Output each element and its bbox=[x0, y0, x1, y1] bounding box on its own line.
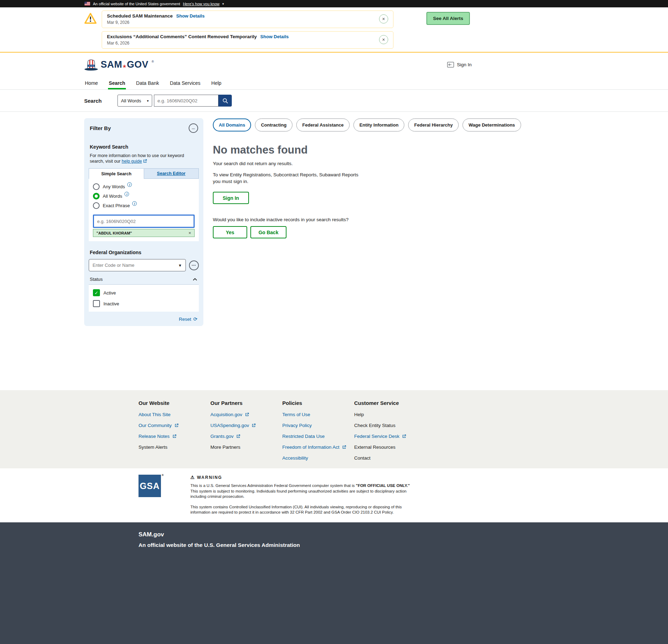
footer-tagline: An official website of the U.S. General … bbox=[139, 542, 668, 548]
warning-paragraph-1: This is a U.S. General Services Administ… bbox=[190, 483, 418, 500]
footer-link-accessibility[interactable]: Accessibility bbox=[282, 455, 354, 461]
us-flag-icon bbox=[85, 2, 90, 6]
footer-link-label: Accessibility bbox=[282, 455, 308, 461]
domain-entity-information[interactable]: Entity Information bbox=[353, 118, 404, 131]
yes-button[interactable]: Yes bbox=[213, 226, 247, 238]
info-icon[interactable]: i bbox=[127, 182, 132, 187]
footer-link-label: Federal Service Desk bbox=[354, 434, 399, 439]
footer-link-help[interactable]: Help bbox=[354, 412, 426, 417]
tab-search-editor[interactable]: Search Editor bbox=[144, 168, 199, 179]
checkbox-active[interactable]: ✓ bbox=[93, 289, 100, 296]
search-submit-button[interactable] bbox=[218, 95, 232, 107]
external-link-icon bbox=[402, 434, 406, 438]
header-sign-in-link[interactable]: Sign In bbox=[447, 62, 472, 68]
checkbox-inactive[interactable] bbox=[93, 300, 100, 307]
footer-link-terms-of-use[interactable]: Terms of Use bbox=[282, 412, 354, 417]
alert-close-button[interactable]: × bbox=[379, 14, 388, 23]
external-link-icon bbox=[236, 434, 240, 438]
nav-search[interactable]: Search bbox=[108, 77, 126, 89]
footer-col-heading: Customer Service bbox=[354, 400, 426, 406]
alert-show-details-link[interactable]: Show Details bbox=[260, 34, 289, 39]
federal-organizations-more-button[interactable]: ••• bbox=[189, 260, 199, 270]
footer-link-label: Acquisition.gov bbox=[210, 412, 242, 417]
footer-link-external-resources[interactable]: External Resources bbox=[354, 445, 426, 450]
alert-date: Mar 9, 2026 bbox=[107, 20, 204, 25]
sam-gov-logo[interactable]: SAM★GOV ® bbox=[84, 59, 154, 71]
nav-help[interactable]: Help bbox=[211, 77, 222, 89]
domain-all-domains[interactable]: All Domains bbox=[213, 118, 251, 131]
footer-dark-section: SAM.gov An official website of the U.S. … bbox=[0, 522, 668, 644]
external-link-icon bbox=[175, 423, 178, 427]
info-icon[interactable]: i bbox=[124, 192, 129, 196]
keyword-search-input[interactable] bbox=[93, 215, 195, 228]
footer-link-about-this-site[interactable]: About This Site bbox=[139, 412, 210, 417]
banner-text: An official website of the United States… bbox=[93, 2, 180, 6]
tab-simple-search[interactable]: Simple Search bbox=[89, 168, 144, 179]
help-guide-link[interactable]: help guide bbox=[122, 159, 142, 164]
info-icon[interactable]: i bbox=[132, 201, 137, 206]
footer-col-heading: Our Partners bbox=[210, 400, 282, 406]
radio-any-words[interactable] bbox=[93, 183, 100, 190]
federal-organizations-select[interactable]: Enter Code or Name ▼ bbox=[89, 259, 186, 271]
status-inactive-row: Inactive bbox=[93, 300, 195, 307]
chevron-down-icon: ▾ bbox=[222, 2, 224, 6]
domain-wage-determinations[interactable]: Wage Determinations bbox=[463, 118, 521, 131]
footer-site-name: SAM.gov bbox=[139, 531, 668, 538]
footer-link-our-community[interactable]: Our Community bbox=[139, 423, 210, 428]
footer-link-system-alerts[interactable]: System Alerts bbox=[139, 445, 210, 450]
federal-organizations-title: Federal Organizations bbox=[89, 250, 199, 255]
alert-date: Mar 6, 2026 bbox=[107, 41, 289, 46]
gsa-logo-text: GSA bbox=[140, 481, 160, 491]
radio-label: Any Words bbox=[103, 184, 125, 189]
go-back-button[interactable]: Go Back bbox=[250, 226, 286, 238]
radio-all-words[interactable] bbox=[93, 193, 100, 199]
reset-filters-link[interactable]: Reset bbox=[179, 317, 191, 322]
footer-link-grants-gov[interactable]: Grants.gov bbox=[210, 434, 282, 439]
footer: Our Website About This Site Our Communit… bbox=[0, 390, 668, 644]
footer-link-release-notes[interactable]: Release Notes bbox=[139, 434, 210, 439]
status-section-header[interactable]: Status bbox=[89, 277, 199, 285]
radio-row-any-words: Any Words i bbox=[93, 183, 195, 190]
see-all-alerts-button[interactable]: See All Alerts bbox=[426, 12, 470, 25]
alert-maintenance: Scheduled SAM Maintenance Show Details M… bbox=[102, 11, 393, 28]
alert-show-details-link[interactable]: Show Details bbox=[176, 13, 205, 19]
domain-federal-assistance[interactable]: Federal Assistance bbox=[296, 118, 350, 131]
domain-contracting[interactable]: Contracting bbox=[255, 118, 292, 131]
chip-remove-icon[interactable]: × bbox=[188, 230, 191, 236]
keyword-chip: "ABDUL KHORAM" × bbox=[93, 229, 195, 237]
filter-collapse-button[interactable]: – bbox=[189, 123, 198, 133]
search-mode-select[interactable]: All Words ▾ bbox=[117, 95, 152, 107]
sign-in-icon bbox=[447, 62, 454, 68]
domain-federal-hierarchy[interactable]: Federal Hierarchy bbox=[408, 118, 459, 131]
alert-close-button[interactable]: × bbox=[379, 35, 388, 44]
footer-link-federal-service-desk[interactable]: Federal Service Desk bbox=[354, 434, 426, 439]
warning-block: ⚠ WARNING This is a U.S. General Service… bbox=[190, 475, 418, 515]
nav-home[interactable]: Home bbox=[84, 77, 99, 89]
footer-link-foia[interactable]: Freedom of Information Act bbox=[282, 445, 354, 450]
external-link-icon bbox=[252, 423, 256, 427]
refresh-icon[interactable]: ⟳ bbox=[193, 316, 197, 322]
footer-link-acquisition-gov[interactable]: Acquisition.gov bbox=[210, 412, 282, 417]
footer-link-label: Privacy Policy bbox=[282, 423, 312, 428]
results-sign-in-button[interactable]: Sign In bbox=[213, 192, 249, 204]
keyword-search-panel: Any Words i All Words i Exact Phrase i "… bbox=[89, 179, 199, 241]
footer-link-more-partners[interactable]: More Partners bbox=[210, 445, 282, 450]
external-link-icon bbox=[173, 434, 176, 438]
footer-link-usaspending-gov[interactable]: USASpending.gov bbox=[210, 423, 282, 428]
banner-how-you-know-link[interactable]: Here’s how you know bbox=[183, 2, 220, 6]
gov-banner: An official website of the United States… bbox=[0, 0, 668, 7]
status-panel: ✓ Active Inactive bbox=[89, 285, 199, 312]
footer-link-privacy-policy[interactable]: Privacy Policy bbox=[282, 423, 354, 428]
top-search-input[interactable] bbox=[154, 95, 218, 107]
footer-col-heading: Policies bbox=[282, 400, 354, 406]
federal-organizations-placeholder: Enter Code or Name bbox=[93, 263, 134, 268]
status-option-label: Active bbox=[103, 290, 116, 296]
nav-data-services[interactable]: Data Services bbox=[169, 77, 201, 89]
footer-link-check-entity-status[interactable]: Check Entity Status bbox=[354, 423, 426, 428]
footer-link-contact[interactable]: Contact bbox=[354, 455, 426, 461]
footer-link-label: Restricted Data Use bbox=[282, 434, 325, 439]
footer-link-restricted-data-use[interactable]: Restricted Data Use bbox=[282, 434, 354, 439]
nav-data-bank[interactable]: Data Bank bbox=[135, 77, 160, 89]
external-link-icon bbox=[143, 159, 147, 163]
radio-exact-phrase[interactable] bbox=[93, 202, 100, 209]
